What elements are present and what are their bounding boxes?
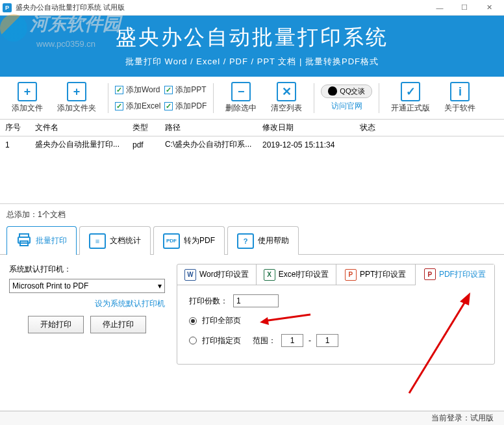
- login-status: 当前登录：试用版: [431, 413, 494, 424]
- upgrade-button[interactable]: ✓ 开通正式版: [386, 81, 435, 115]
- window-titlebar: P 盛央办公自动批量打印系统 试用版 — ☐ ✕: [0, 0, 504, 16]
- banner-title: 盛央办公自动批量打印系统: [0, 23, 504, 52]
- word-icon: W: [184, 269, 196, 281]
- copies-input[interactable]: [233, 294, 279, 307]
- col-no[interactable]: 序号: [0, 120, 30, 136]
- range-to-input[interactable]: [316, 334, 338, 347]
- minus-file-icon: −: [231, 82, 251, 101]
- range-pages-label: 打印指定页: [202, 335, 241, 346]
- col-name[interactable]: 文件名: [30, 120, 127, 136]
- doc-lines-icon: ≡: [89, 233, 106, 249]
- checkbox-add-ppt[interactable]: ✓添加PPT: [164, 84, 207, 96]
- subtab-word[interactable]: WWord打印设置: [177, 264, 257, 285]
- col-status[interactable]: 状态: [355, 120, 504, 136]
- plus-file-icon: +: [18, 82, 37, 101]
- plus-folder-icon: +: [67, 82, 86, 101]
- start-print-button[interactable]: 开始打印: [28, 316, 84, 333]
- checkbox-add-excel[interactable]: ✓添加Excel: [115, 101, 160, 112]
- chevron-down-icon: ▾: [158, 281, 162, 290]
- subtab-ppt[interactable]: PPPT打印设置: [336, 264, 416, 285]
- range-from-input[interactable]: [281, 334, 303, 347]
- print-panel: 系统默认打印机： Microsoft Print to PDF ▾ 设为系统默认…: [0, 255, 504, 374]
- tab-help[interactable]: ? 使用帮助: [227, 226, 299, 255]
- file-table-wrap[interactable]: 序号 文件名 类型 路径 修改日期 状态 1 盛央办公自动批量打印... pdf…: [0, 120, 504, 204]
- stop-print-button[interactable]: 停止打印: [90, 316, 146, 333]
- visit-site-link[interactable]: 访问官网: [331, 101, 362, 112]
- checkbox-add-pdf[interactable]: ✓添加PDF: [164, 101, 207, 112]
- separator: [379, 83, 379, 113]
- check-icon: ✓: [164, 86, 173, 94]
- question-icon: ?: [237, 233, 254, 249]
- app-banner: 盛央办公自动批量打印系统 批量打印 Word / Excel / PDF / P…: [0, 16, 504, 77]
- qq-chat-button[interactable]: QQ交谈: [321, 84, 372, 98]
- checkbox-add-word[interactable]: ✓添加Word: [115, 84, 160, 96]
- excel-icon: X: [264, 269, 275, 281]
- printer-select-panel: 系统默认打印机： Microsoft Print to PDF ▾ 设为系统默认…: [9, 264, 165, 365]
- pdf-icon: P: [424, 268, 436, 280]
- maximize-button[interactable]: ☐: [452, 0, 477, 16]
- info-file-icon: i: [450, 82, 470, 101]
- col-mtime[interactable]: 修改日期: [257, 120, 355, 136]
- add-file-button[interactable]: + 添加文件: [6, 81, 48, 115]
- main-tabs: 批量打印 ≡ 文档统计 PDF 转为PDF ? 使用帮助: [0, 225, 504, 255]
- delete-selected-button[interactable]: − 删除选中: [220, 81, 262, 115]
- print-settings-panel: WWord打印设置 XExcel打印设置 PPPT打印设置 PPDF打印设置 打…: [177, 264, 495, 365]
- app-icon: P: [3, 3, 12, 12]
- window-title: 盛央办公自动批量打印系统 试用版: [16, 3, 125, 12]
- ppt-icon: P: [345, 269, 357, 281]
- col-type[interactable]: 类型: [127, 120, 160, 136]
- check-icon: ✓: [115, 102, 123, 110]
- radio-all-pages[interactable]: [189, 317, 197, 325]
- clear-list-button[interactable]: ✕ 清空列表: [266, 81, 307, 115]
- minimize-button[interactable]: —: [427, 0, 452, 16]
- separator: [314, 83, 314, 113]
- add-folder-button[interactable]: + 添加文件夹: [52, 81, 101, 115]
- main-toolbar: + 添加文件 + 添加文件夹 ✓添加Word ✓添加Excel ✓添加PPT ✓…: [0, 77, 504, 120]
- tab-doc-stats[interactable]: ≡ 文档统计: [79, 226, 151, 255]
- qq-penguin-icon: [328, 86, 337, 96]
- close-button[interactable]: ✕: [477, 0, 501, 16]
- range-label: 范围：: [253, 335, 276, 346]
- tab-batch-print[interactable]: 批量打印: [6, 226, 77, 255]
- x-file-icon: ✕: [277, 82, 296, 101]
- total-count: 总添加：1个文档: [0, 204, 504, 225]
- pdf-icon: PDF: [163, 233, 180, 249]
- pdf-settings-body: 打印份数： 打印全部页 打印指定页 范围： -: [177, 285, 494, 364]
- printer-label: 系统默认打印机：: [9, 264, 165, 275]
- banner-subtitle: 批量打印 Word / Excel / PDF / PPT 文档 | 批量转换P…: [0, 56, 504, 68]
- printer-select[interactable]: Microsoft Print to PDF ▾: [9, 279, 165, 293]
- set-default-printer-link[interactable]: 设为系统默认打印机: [95, 299, 165, 308]
- subtab-pdf[interactable]: PPDF打印设置: [416, 264, 494, 285]
- format-subtabs: WWord打印设置 XExcel打印设置 PPPT打印设置 PPDF打印设置: [177, 264, 494, 285]
- printer-icon: [16, 232, 32, 250]
- copies-label: 打印份数：: [189, 296, 228, 307]
- separator: [213, 83, 214, 113]
- about-button[interactable]: i 关于软件: [439, 81, 481, 115]
- status-bar: 当前登录：试用版: [0, 411, 504, 425]
- check-file-icon: ✓: [401, 82, 420, 101]
- all-pages-label: 打印全部页: [202, 315, 241, 326]
- tab-to-pdf[interactable]: PDF 转为PDF: [153, 226, 225, 255]
- check-icon: ✓: [115, 86, 123, 94]
- separator: [108, 83, 108, 113]
- radio-range-pages[interactable]: [189, 337, 197, 344]
- check-icon: ✓: [164, 102, 173, 110]
- file-table: 序号 文件名 类型 路径 修改日期 状态 1 盛央办公自动批量打印... pdf…: [0, 120, 504, 153]
- col-path[interactable]: 路径: [160, 120, 257, 136]
- subtab-excel[interactable]: XExcel打印设置: [257, 264, 336, 285]
- table-row[interactable]: 1 盛央办公自动批量打印... pdf C:\盛央办公自动打印系... 2019…: [0, 136, 504, 153]
